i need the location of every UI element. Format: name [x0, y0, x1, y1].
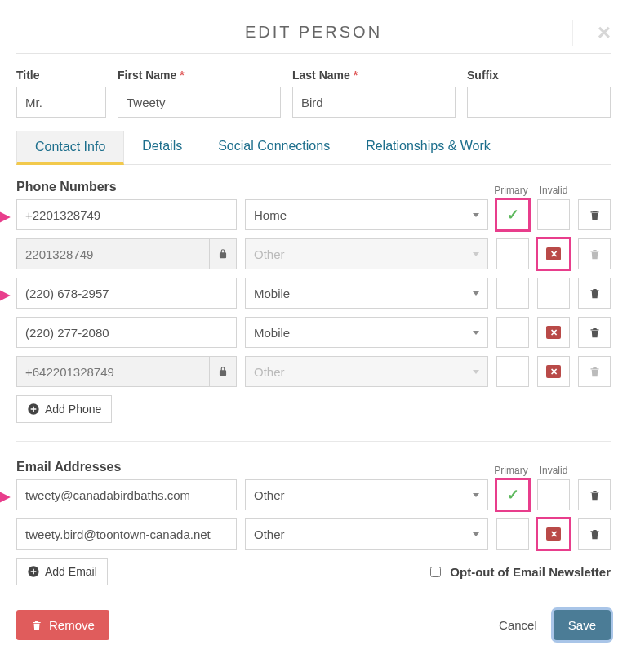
chevron-down-icon — [473, 493, 479, 497]
close-icon[interactable]: × — [572, 20, 611, 46]
save-button[interactable]: Save — [554, 610, 611, 640]
emails-heading: Email Addresses — [16, 460, 121, 474]
phone-row: Mobile✕ — [16, 317, 611, 348]
phone-input[interactable] — [16, 199, 237, 230]
primary-checkbox[interactable]: ✓ — [496, 479, 529, 510]
type-select-value: Home — [254, 208, 287, 222]
invalid-checkbox[interactable]: ✕ — [537, 518, 570, 550]
x-icon: ✕ — [546, 527, 561, 541]
primary-col-label: Primary — [490, 465, 532, 476]
primary-checkbox[interactable] — [496, 356, 529, 387]
type-select[interactable]: Home — [245, 199, 488, 230]
plus-circle-icon — [27, 565, 40, 578]
tab-bar: Contact Info Details Social Connections … — [16, 131, 611, 165]
phone-input[interactable] — [16, 317, 237, 348]
primary-checkbox[interactable] — [496, 238, 529, 269]
suffix-label: Suffix — [467, 69, 611, 82]
email-input[interactable] — [16, 479, 237, 510]
invalid-checkbox[interactable] — [537, 199, 570, 230]
add-email-button[interactable]: Add Email — [16, 558, 108, 585]
x-icon: ✕ — [546, 365, 561, 378]
email-input[interactable] — [16, 518, 237, 550]
remove-button[interactable]: Remove — [16, 610, 109, 640]
primary-col-label: Primary — [490, 185, 532, 196]
lock-icon — [210, 238, 237, 269]
type-select-value: Mobile — [254, 326, 290, 340]
delete-row-button — [578, 356, 611, 387]
first-name-label: First Name — [118, 69, 281, 82]
x-icon: ✕ — [546, 247, 561, 260]
phone-col-headers: Primary Invalid — [490, 185, 611, 196]
invalid-checkbox[interactable]: ✕ — [537, 356, 570, 387]
type-select: Other — [245, 356, 488, 387]
check-icon: ✓ — [507, 206, 519, 224]
name-row: Title First Name Last Name Suffix — [16, 69, 611, 118]
primary-checkbox[interactable]: ✓ — [496, 199, 529, 230]
last-name-label: Last Name — [292, 69, 456, 82]
trash-icon — [31, 620, 42, 631]
primary-checkbox[interactable] — [496, 518, 529, 550]
email-row: Other✓ — [16, 479, 611, 510]
type-select[interactable]: Other — [245, 518, 488, 550]
type-select[interactable]: Other — [245, 479, 488, 510]
invalid-checkbox[interactable]: ✕ — [537, 238, 570, 269]
arrow-indicator-icon — [0, 489, 13, 505]
delete-row-button[interactable] — [578, 317, 611, 348]
type-select-value: Other — [254, 247, 285, 261]
modal-header: EDIT PERSON × — [16, 8, 611, 54]
tab-social-connections[interactable]: Social Connections — [200, 131, 348, 164]
type-select-value: Other — [254, 365, 285, 379]
email-row: Other✕ — [16, 518, 611, 550]
phone-row: Home✓ — [16, 199, 611, 230]
last-name-input[interactable] — [292, 87, 456, 118]
phones-heading: Phone Numbers — [16, 180, 117, 194]
type-select[interactable]: Mobile — [245, 317, 488, 348]
type-select[interactable]: Mobile — [245, 278, 488, 309]
delete-row-button[interactable] — [578, 518, 611, 550]
chevron-down-icon — [473, 213, 479, 217]
arrow-indicator-icon — [0, 287, 13, 304]
invalid-checkbox[interactable] — [537, 479, 570, 510]
plus-circle-icon — [27, 403, 40, 416]
invalid-checkbox[interactable]: ✕ — [537, 317, 570, 348]
add-phone-button[interactable]: Add Phone — [16, 395, 112, 423]
x-icon: ✕ — [546, 326, 561, 339]
arrow-indicator-icon — [0, 209, 13, 225]
tab-relationships-work[interactable]: Relationships & Work — [348, 131, 509, 164]
delete-row-button[interactable] — [578, 278, 611, 309]
chevron-down-icon — [473, 252, 479, 256]
type-select-value: Other — [254, 488, 285, 502]
chevron-down-icon — [473, 370, 479, 374]
phone-row: Other✕ — [16, 238, 611, 269]
opt-out-label[interactable]: Opt-out of Email Newsletter — [427, 564, 611, 580]
invalid-col-label: Invalid — [532, 465, 575, 476]
type-select-value: Mobile — [254, 287, 290, 300]
invalid-checkbox[interactable] — [537, 278, 570, 309]
invalid-col-label: Invalid — [532, 185, 575, 196]
email-col-headers: Primary Invalid — [490, 465, 611, 476]
primary-checkbox[interactable] — [496, 278, 529, 309]
title-input[interactable] — [16, 87, 106, 118]
phone-input — [16, 356, 210, 387]
phone-input — [16, 238, 210, 269]
type-select: Other — [245, 238, 488, 269]
suffix-input[interactable] — [467, 87, 611, 118]
chevron-down-icon — [473, 532, 479, 536]
cancel-button[interactable]: Cancel — [499, 618, 537, 632]
tab-contact-info[interactable]: Contact Info — [16, 131, 124, 165]
opt-out-checkbox[interactable] — [430, 567, 441, 577]
type-select-value: Other — [254, 527, 285, 541]
phone-row: Mobile — [16, 278, 611, 309]
first-name-input[interactable] — [118, 87, 281, 118]
delete-row-button[interactable] — [578, 479, 611, 510]
delete-row-button[interactable] — [578, 199, 611, 230]
modal-title: EDIT PERSON — [16, 23, 611, 42]
chevron-down-icon — [473, 331, 479, 335]
title-label: Title — [16, 69, 106, 82]
phone-input[interactable] — [16, 278, 237, 309]
primary-checkbox[interactable] — [496, 317, 529, 348]
lock-icon — [210, 356, 237, 387]
check-icon: ✓ — [507, 486, 519, 504]
chevron-down-icon — [473, 291, 479, 296]
tab-details[interactable]: Details — [124, 131, 200, 164]
